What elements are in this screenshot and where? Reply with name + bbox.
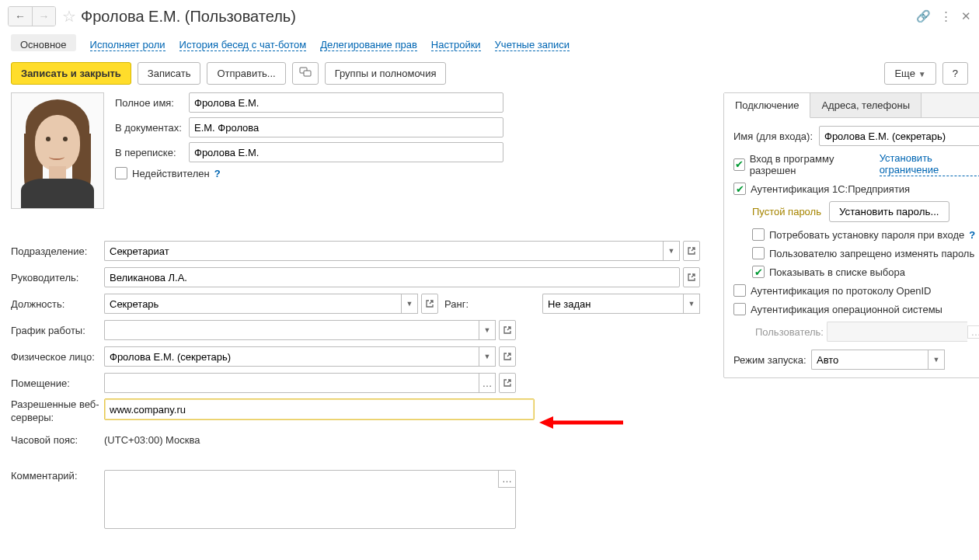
user-photo[interactable]: [11, 92, 104, 209]
dept-input[interactable]: [104, 241, 663, 261]
send-button[interactable]: Отправить...: [207, 62, 285, 85]
person-input[interactable]: [104, 346, 479, 367]
rank-dropdown-button[interactable]: [683, 294, 700, 314]
no-change-label: Пользователю запрещено изменять пароль: [769, 248, 974, 259]
schedule-input[interactable]: [104, 320, 479, 340]
close-icon[interactable]: ✕: [961, 9, 971, 23]
toolbar: Записать и закрыть Записать Отправить...…: [0, 51, 979, 92]
indocs-input[interactable]: [189, 117, 503, 137]
indocs-label: В документах:: [115, 122, 189, 134]
inactive-label: Недействителен: [132, 168, 210, 179]
tab-accounts[interactable]: Учетные записи: [495, 34, 570, 51]
page-title: Фролова Е.М. (Пользователь): [81, 8, 916, 26]
os-user-label: Пользователь:: [752, 326, 827, 338]
tab-connection[interactable]: Подключение: [724, 93, 810, 118]
rank-label: Ранг:: [444, 298, 538, 310]
auth1c-label: Аутентификация 1С:Предприятия: [751, 183, 910, 195]
nav-buttons: ← →: [8, 6, 56, 26]
mode-input[interactable]: [811, 350, 928, 370]
manager-open-button[interactable]: [683, 267, 700, 287]
tab-chat-history[interactable]: История бесед с чат-ботом: [179, 34, 307, 51]
tab-addresses[interactable]: Адреса, телефоны: [810, 93, 922, 117]
auth-openid-checkbox[interactable]: [733, 284, 746, 297]
schedule-open-button[interactable]: [499, 320, 516, 340]
require-pwd-help-icon[interactable]: ?: [969, 229, 975, 241]
link-icon[interactable]: 🔗: [916, 9, 931, 23]
comment-expand-button[interactable]: [498, 471, 515, 488]
help-button[interactable]: ?: [942, 62, 968, 85]
auth-os-checkbox[interactable]: [733, 303, 746, 315]
chat-icon-button[interactable]: [292, 62, 319, 85]
no-change-checkbox[interactable]: [752, 247, 765, 259]
webservers-input[interactable]: [104, 398, 535, 420]
mode-dropdown-button[interactable]: [928, 350, 945, 370]
os-user-input: [827, 322, 967, 342]
allowed-checkbox[interactable]: [733, 158, 745, 171]
require-pwd-checkbox[interactable]: [752, 228, 765, 241]
groups-button[interactable]: Группы и полномочия: [325, 62, 447, 85]
allowed-label: Вход в программу разрешен: [750, 153, 872, 176]
manager-input[interactable]: [104, 267, 680, 287]
nav-tabs: Основное Исполняет роли История бесед с …: [0, 30, 979, 51]
kebab-menu-icon[interactable]: ⋮: [940, 9, 952, 23]
auth-openid-label: Аутентификация по протоколу OpenID: [751, 285, 931, 297]
room-label: Помещение:: [11, 377, 104, 389]
position-input[interactable]: [104, 294, 401, 314]
set-password-button[interactable]: Установить пароль...: [829, 201, 949, 222]
position-open-button[interactable]: [421, 294, 438, 314]
mode-label: Режим запуска:: [733, 354, 811, 366]
more-button[interactable]: Еще▼: [884, 62, 935, 85]
inmail-label: В переписке:: [115, 147, 189, 158]
schedule-dropdown-button[interactable]: [479, 320, 496, 340]
annotation-arrow-icon: [539, 413, 625, 432]
svg-rect-1: [304, 71, 311, 76]
save-close-button[interactable]: Записать и закрыть: [11, 62, 131, 85]
manager-label: Руководитель:: [11, 272, 104, 283]
comment-label: Комментарий:: [11, 470, 104, 482]
position-dropdown-button[interactable]: [401, 294, 418, 314]
restrict-link[interactable]: Установить ограничение: [880, 152, 979, 176]
save-button[interactable]: Записать: [138, 62, 201, 85]
tab-settings[interactable]: Настройки: [431, 34, 481, 51]
dept-dropdown-button[interactable]: [663, 241, 680, 261]
tz-value: (UTC+03:00) Москва: [104, 431, 200, 449]
login-label: Имя (для входа):: [733, 130, 819, 142]
schedule-label: График работы:: [11, 325, 104, 336]
tab-main[interactable]: Основное: [11, 34, 76, 51]
person-label: Физическое лицо:: [11, 351, 104, 363]
tab-delegation[interactable]: Делегирование прав: [320, 34, 417, 51]
connection-panel: Подключение Адреса, телефоны Имя (для вх…: [723, 92, 979, 378]
nav-forward-button[interactable]: →: [32, 7, 55, 26]
tz-label: Часовой пояс:: [11, 434, 104, 446]
tab-roles[interactable]: Исполняет роли: [90, 34, 165, 51]
os-user-select-button: [967, 325, 979, 339]
favorite-star-icon[interactable]: ☆: [62, 7, 76, 26]
chat-icon: [299, 67, 312, 78]
auth1c-checkbox[interactable]: [733, 183, 746, 195]
inactive-checkbox[interactable]: [115, 167, 127, 179]
room-open-button[interactable]: [499, 373, 516, 393]
room-select-button[interactable]: [479, 373, 496, 393]
inactive-help-icon[interactable]: ?: [214, 168, 221, 179]
login-input[interactable]: [819, 126, 979, 146]
svg-marker-3: [539, 416, 553, 429]
inmail-input[interactable]: [189, 142, 503, 162]
webservers-label: Разрешенные веб-серверы:: [11, 398, 104, 425]
require-pwd-label: Потребовать установку пароля при входе: [769, 229, 964, 241]
auth-os-label: Аутентификация операционной системы: [751, 304, 942, 315]
position-label: Должность:: [11, 298, 104, 310]
show-list-checkbox[interactable]: [752, 266, 765, 278]
dept-open-button[interactable]: [683, 241, 700, 261]
person-open-button[interactable]: [499, 346, 516, 367]
empty-password-label: Пустой пароль: [752, 206, 821, 217]
fullname-input[interactable]: [189, 92, 503, 113]
comment-input[interactable]: [104, 470, 516, 529]
rank-input[interactable]: [542, 294, 683, 314]
dept-label: Подразделение:: [11, 245, 104, 257]
fullname-label: Полное имя:: [115, 97, 189, 109]
room-input[interactable]: [104, 373, 479, 393]
person-dropdown-button[interactable]: [479, 346, 496, 367]
show-list-label: Показывать в списке выбора: [769, 266, 905, 278]
nav-back-button[interactable]: ←: [9, 7, 32, 26]
